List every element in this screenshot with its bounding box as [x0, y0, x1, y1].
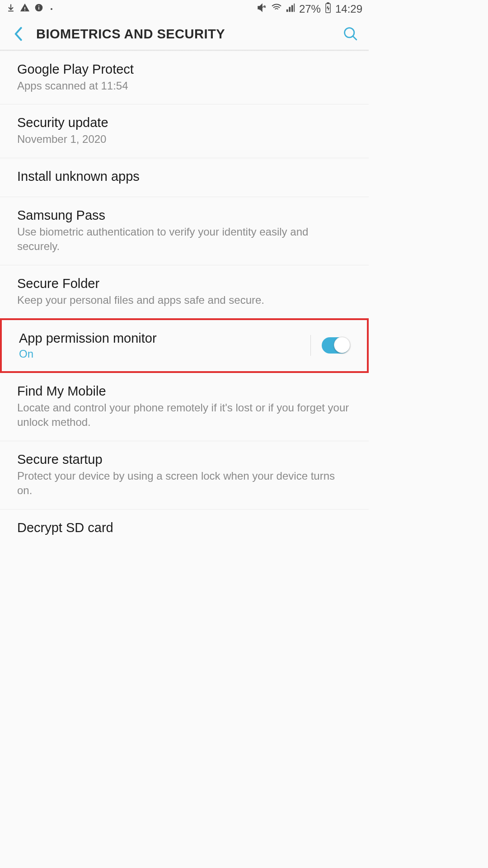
- svg-rect-4: [327, 3, 329, 4]
- setting-secure-startup[interactable]: Secure startup Protect your device by us…: [0, 441, 369, 509]
- setting-subtitle: Locate and control your phone remotely i…: [17, 401, 352, 430]
- toggle-divider: [310, 335, 311, 356]
- setting-install-unknown-apps[interactable]: Install unknown apps: [0, 158, 369, 197]
- back-button[interactable]: [9, 25, 27, 43]
- setting-title: Install unknown apps: [17, 169, 352, 184]
- svg-rect-2: [38, 5, 39, 6]
- setting-title: Secure startup: [17, 452, 352, 467]
- setting-title: Decrypt SD card: [17, 520, 352, 535]
- setting-title: Find My Mobile: [17, 384, 352, 399]
- status-left: [6, 3, 52, 15]
- svg-rect-1: [38, 7, 39, 9]
- wifi-icon: [271, 2, 282, 16]
- battery-percent: 27%: [299, 3, 321, 15]
- setting-samsung-pass[interactable]: Samsung Pass Use biometric authenticatio…: [0, 197, 369, 265]
- highlight-box: App permission monitor On: [0, 318, 369, 373]
- svg-point-5: [345, 28, 354, 38]
- setting-google-play-protect[interactable]: Google Play Protect Apps scanned at 11:5…: [0, 51, 369, 104]
- setting-secure-folder[interactable]: Secure Folder Keep your personal files a…: [0, 265, 369, 318]
- setting-subtitle: Apps scanned at 11:54: [17, 79, 352, 93]
- setting-decrypt-sd-card[interactable]: Decrypt SD card: [0, 509, 369, 548]
- dot-icon: [51, 8, 52, 10]
- toggle-container: [310, 335, 350, 356]
- warning-icon: [20, 3, 30, 15]
- setting-subtitle: Use biometric authentication to verify y…: [17, 225, 352, 254]
- setting-subtitle: November 1, 2020: [17, 132, 352, 146]
- setting-title: App permission monitor: [19, 331, 310, 346]
- status-right: 27% 14:29: [257, 2, 362, 16]
- info-icon: [34, 3, 43, 15]
- setting-title: Samsung Pass: [17, 208, 352, 223]
- setting-security-update[interactable]: Security update November 1, 2020: [0, 104, 369, 158]
- signal-icon: [286, 3, 296, 15]
- settings-list: Google Play Protect Apps scanned at 11:5…: [0, 51, 369, 548]
- status-bar: 27% 14:29: [0, 0, 369, 18]
- toggle-thumb: [334, 337, 350, 353]
- setting-title: Secure Folder: [17, 276, 352, 291]
- setting-title: Google Play Protect: [17, 62, 352, 77]
- setting-subtitle-accent: On: [19, 348, 310, 360]
- clock: 14:29: [335, 3, 362, 15]
- setting-title: Security update: [17, 115, 352, 130]
- setting-subtitle: Keep your personal files and apps safe a…: [17, 293, 352, 307]
- battery-charging-icon: [324, 2, 332, 16]
- setting-find-my-mobile[interactable]: Find My Mobile Locate and control your p…: [0, 373, 369, 441]
- search-button[interactable]: [342, 25, 360, 43]
- app-bar: BIOMETRICS AND SECURITY: [0, 18, 369, 50]
- setting-subtitle: Protect your device by using a screen lo…: [17, 469, 352, 498]
- download-icon: [6, 3, 15, 15]
- page-title: BIOMETRICS AND SECURITY: [36, 27, 342, 42]
- app-permission-monitor-toggle[interactable]: [322, 337, 350, 354]
- setting-app-permission-monitor[interactable]: App permission monitor On: [2, 320, 367, 371]
- mute-vibrate-icon: [257, 2, 267, 16]
